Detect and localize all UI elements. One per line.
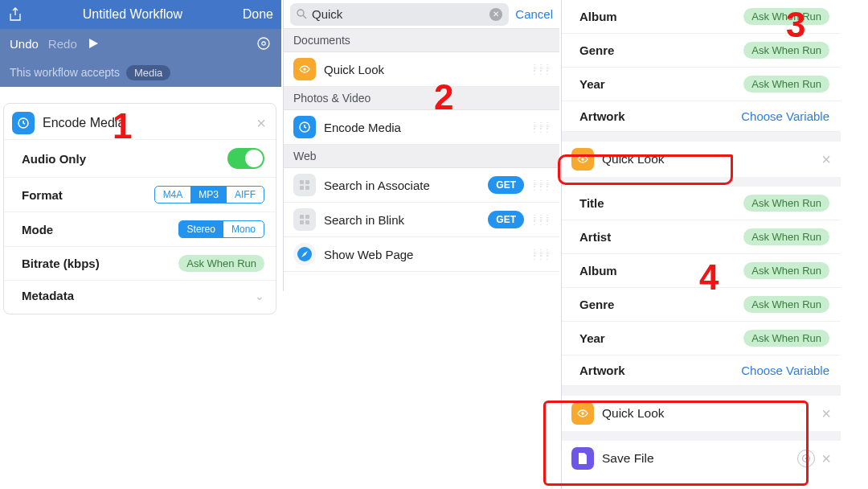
close-icon[interactable]: × [821,150,831,169]
year-label: Year [579,77,743,91]
row-artist[interactable]: Artist Ask When Run [562,220,841,254]
result-label: Search in Associate [324,179,488,192]
clear-icon[interactable]: ✕ [489,8,502,21]
row-album[interactable]: Album Ask When Run [562,0,841,34]
safari-icon [293,243,316,265]
workflow-title: Untitled Workflow [23,7,243,22]
svg-rect-12 [300,220,304,224]
album-label: Album [579,10,743,23]
row-artwork[interactable]: Artwork Choose Variable [562,101,841,132]
search-input[interactable]: Quick ✕ [290,3,509,26]
svg-point-1 [262,42,265,45]
album-value[interactable]: Ask When Run [743,262,829,279]
encode-media-header: Encode Media × [4,104,276,139]
done-button[interactable]: Done [243,7,273,22]
undo-button[interactable]: Undo [10,37,39,51]
row-title[interactable]: Title Ask When Run [562,187,841,220]
svg-point-4 [303,68,305,70]
mode-label: Mode [22,223,178,236]
seg-stereo[interactable]: Stereo [179,221,223,237]
encode-media-icon [293,116,316,138]
close-icon[interactable]: × [821,450,831,468]
svg-rect-10 [300,215,304,219]
workflow-accepts-row: This workflow accepts Media [0,58,281,87]
row-year2[interactable]: Year Ask When Run [562,322,841,355]
grid-icon [293,208,316,231]
svg-point-16 [581,412,583,414]
seg-m4a[interactable]: M4A [155,187,191,203]
mode-segmented[interactable]: Stereo Mono [178,220,264,238]
search-icon [297,9,307,19]
settings-icon[interactable] [256,35,272,51]
genre-label: Genre [579,43,743,57]
get-button[interactable]: GET [488,211,524,228]
gap [562,386,841,396]
artwork-label: Artwork [579,364,741,377]
seg-mono[interactable]: Mono [223,221,264,237]
row-mode: Mode Stereo Mono [4,212,276,246]
cancel-button[interactable]: Cancel [515,7,553,21]
svg-point-15 [581,158,583,160]
encode-media-icon [12,112,35,134]
quick-look-action-2: Quick Look × [562,396,841,431]
result-quick-look[interactable]: Quick Look ⋮⋮⋮⋮⋮⋮ [284,52,559,87]
svg-rect-13 [305,220,309,224]
grip-icon: ⋮⋮⋮⋮⋮⋮ [530,216,550,224]
panel-metadata: Album Ask When Run Genre Ask When Run Ye… [561,0,841,489]
row-genre[interactable]: Genre Ask When Run [562,34,841,68]
artist-value[interactable]: Ask When Run [743,228,829,245]
row-audio-only: Audio Only [4,139,276,177]
album-value[interactable]: Ask When Run [743,8,829,25]
title-label: Title [579,196,743,210]
search-text: Quick [312,7,485,21]
file-icon [571,447,594,470]
save-file-title: Save File [602,451,797,466]
metadata-label: Metadata [22,289,255,302]
svg-point-18 [805,458,808,460]
seg-aiff[interactable]: AIFF [227,187,264,203]
row-album2[interactable]: Album Ask When Run [562,254,841,288]
grid-icon [293,174,316,196]
result-search-blink[interactable]: Search in Blink GET ⋮⋮⋮⋮⋮⋮ [284,203,559,237]
bitrate-label: Bitrate (kbps) [22,257,178,270]
result-label: Quick Look [324,63,530,76]
row-year[interactable]: Year Ask When Run [562,68,841,101]
quick-look-icon [571,148,594,171]
title-value[interactable]: Ask When Run [743,195,829,212]
year-value[interactable]: Ask When Run [743,330,829,347]
format-segmented[interactable]: M4A MP3 AIFF [154,186,264,203]
section-photos-video: Photos & Video [284,87,559,110]
choose-variable-button[interactable]: Choose Variable [741,364,829,377]
gap [562,177,841,187]
gear-icon[interactable] [797,450,815,467]
gap [562,431,841,441]
choose-variable-button[interactable]: Choose Variable [741,109,829,123]
close-icon[interactable]: × [256,114,266,133]
audio-only-switch[interactable] [227,148,264,169]
row-artwork2[interactable]: Artwork Choose Variable [562,355,841,386]
quick-look-title: Quick Look [602,152,821,166]
result-search-associate[interactable]: Search in Associate GET ⋮⋮⋮⋮⋮⋮ [284,168,559,203]
genre-value[interactable]: Ask When Run [743,42,829,59]
result-show-web-page[interactable]: Show Web Page ⋮⋮⋮⋮⋮⋮ [284,237,559,272]
result-encode-media[interactable]: Encode Media ⋮⋮⋮⋮⋮⋮ [284,110,559,145]
row-bitrate: Bitrate (kbps) Ask When Run [4,246,276,280]
grip-icon: ⋮⋮⋮⋮⋮⋮ [530,65,550,73]
row-metadata[interactable]: Metadata ⌄ [4,280,276,310]
play-icon[interactable] [87,37,246,50]
genre-value[interactable]: Ask When Run [743,296,829,313]
row-genre2[interactable]: Genre Ask When Run [562,288,841,322]
accepts-tag[interactable]: Media [126,65,170,80]
close-icon[interactable]: × [821,405,831,423]
bitrate-value[interactable]: Ask When Run [178,255,264,272]
redo-button: Redo [48,37,77,51]
share-icon[interactable] [8,7,23,22]
year-value[interactable]: Ask When Run [743,76,829,92]
get-button[interactable]: GET [488,176,524,194]
year-label: Year [579,331,743,345]
artist-label: Artist [579,230,743,244]
accepts-label: This workflow accepts [10,66,120,79]
result-label: Encode Media [324,121,530,134]
seg-mp3[interactable]: MP3 [190,187,227,203]
save-file-action: Save File × [562,441,841,476]
